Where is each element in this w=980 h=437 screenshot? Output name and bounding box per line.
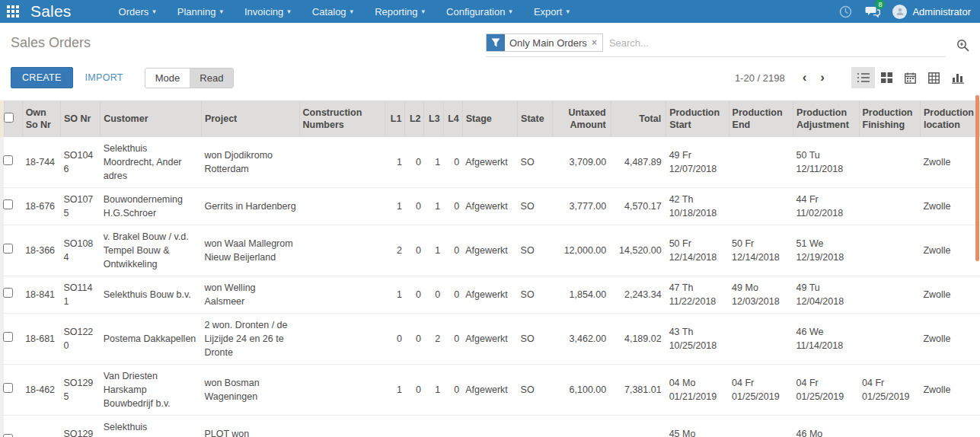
cell-production-finishing [859,314,920,365]
cell-total: 3,299.67 [611,416,666,437]
col-production-location[interactable]: Production location [920,100,980,137]
col-state[interactable]: State [518,100,553,137]
cell-so-nr: SO1295 [60,365,100,416]
activities-clock-icon[interactable] [838,4,853,19]
cell-production-end: 50 Fr 12/14/2018 [729,225,793,276]
pager-next-icon[interactable]: › [813,70,832,85]
table-row[interactable]: 18-676 SO1075 Bouwonderneming H.G.Schroe… [0,188,980,225]
col-production-start[interactable]: Production Start [666,100,729,137]
cell-so-nr: SO1084 [60,225,100,276]
nav-menu-item[interactable]: Catalog ▾ [303,0,362,23]
cell-production-end [729,416,793,437]
select-all-checkbox[interactable] [4,113,14,123]
cell-production-end: 04 Fr 01/25/2019 [729,365,793,416]
cell-own-so-nr: 18-681 [22,314,60,365]
col-l3[interactable]: L3 [424,100,443,137]
cell-state: SO [518,365,553,416]
nav-menu-item[interactable]: Orders ▾ [110,0,165,23]
cell-untaxed-amount: 6,100.00 [553,365,611,416]
col-so-nr[interactable]: SO Nr [60,100,100,137]
read-button[interactable]: Read [190,69,233,88]
col-untaxed-amount[interactable]: Untaxed Amount [553,100,611,137]
kanban-view-icon[interactable] [875,67,899,88]
col-l1[interactable]: L1 [385,100,405,137]
cell-project: won Waal Mallegrom Nieuw Beijerland [201,225,299,276]
row-checkbox[interactable] [3,244,13,254]
cell-l3: 1 [424,225,443,276]
import-button[interactable]: IMPORT [85,72,123,83]
table-row[interactable]: 18-366 SO1084 v. Brakel Bouw / v.d. Temp… [0,225,980,276]
nav-menu-item[interactable]: Reporting ▾ [366,0,434,23]
filter-chip[interactable]: Only Main Orders × [486,33,603,52]
col-production-adjustment[interactable]: Production Adjustment [793,100,859,137]
calendar-view-icon[interactable] [899,67,922,88]
row-checkbox[interactable] [3,383,13,393]
col-total[interactable]: Total [611,100,666,137]
user-avatar [892,5,907,19]
user-menu[interactable]: Administrator [892,5,971,19]
graph-view-icon[interactable] [946,67,969,88]
pager-prev-icon[interactable]: ‹ [796,70,814,85]
cell-stage: Afgewerkt [462,416,517,437]
cell-production-finishing [859,416,920,437]
nav-menu-item[interactable]: Planning ▾ [168,0,232,23]
cell-production-end: 49 Mo 12/03/2018 [729,276,793,314]
advanced-search-icon[interactable] [956,39,969,52]
cell-production-end [729,188,793,225]
filter-chip-close-icon[interactable]: × [592,37,597,48]
cell-untaxed-amount: 3,462.00 [553,314,611,365]
cell-production-start: 50 Fr 12/14/2018 [666,225,729,276]
list-view-icon[interactable] [851,67,875,88]
pivot-view-icon[interactable] [922,67,946,88]
table-row[interactable]: 18-681 SO1220 Postema Dakkapellen 2 won.… [0,314,980,365]
table-row[interactable]: 18-841 SO1141 Selekthuis Bouw b.v. won W… [0,276,980,314]
apps-grid-glyph [7,5,19,18]
cell-l1: 1 [385,276,405,314]
col-customer[interactable]: Customer [101,100,202,137]
row-checkbox-cell [4,314,22,365]
cell-l3: 1 [424,188,443,225]
col-stage[interactable]: Stage [462,100,517,137]
row-checkbox[interactable] [3,332,13,342]
cell-construction-numbers [299,188,385,225]
create-button[interactable]: CREATE [11,67,73,88]
cell-l2: 0 [405,225,424,276]
col-construction-numbers[interactable]: Construction Numbers [299,100,385,137]
cell-total: 4,189.02 [611,314,666,365]
nav-menu-item[interactable]: Invoicing ▾ [235,0,300,23]
row-checkbox[interactable] [3,199,13,209]
col-l2[interactable]: L2 [405,100,424,137]
cell-total: 2,243.34 [611,276,666,314]
breadcrumb-row: Sales Orders Only Main Orders × [0,23,980,62]
vertical-scrollbar-thumb[interactable] [975,95,979,261]
row-checkbox-cell [4,276,22,314]
nav-menu-item[interactable]: Configuration ▾ [437,0,522,23]
col-production-end[interactable]: Production End [729,100,793,137]
search-bar[interactable]: Only Main Orders × [486,33,946,57]
search-input[interactable] [609,37,946,49]
nav-menu-item[interactable]: Export ▾ [525,0,579,23]
cell-state: SO [518,276,553,314]
cell-own-so-nr: 18-462 [22,365,60,416]
col-project[interactable]: Project [201,100,299,137]
cell-production-start: 42 Th 10/18/2018 [666,188,729,225]
table-row[interactable]: 18-462 SO1295 Van Driesten Harskamp Bouw… [0,365,980,416]
row-checkbox[interactable] [3,288,13,298]
mode-button[interactable]: Mode [145,69,190,88]
search-zone: Only Main Orders × [486,33,969,57]
cell-l4: 0 [443,416,462,437]
row-checkbox[interactable] [3,434,13,437]
cell-l1: 0 [385,314,405,365]
apps-grid-icon[interactable] [0,0,26,23]
cell-l2: 0 [405,137,424,188]
col-l4[interactable]: L4 [443,100,462,137]
table-row[interactable]: 18-744 SO1046 Selekthuis Moordrecht, And… [0,137,980,188]
messages-badge: 8 [875,0,885,9]
cell-untaxed-amount: 3,777.00 [553,188,611,225]
row-checkbox[interactable] [3,155,13,165]
view-switcher [851,67,969,88]
table-row[interactable]: 18-806 SO1297 Selekthuis Moordrecht, And… [0,416,980,437]
messages-icon[interactable]: 8 [865,4,880,19]
col-own-so-nr[interactable]: Own So Nr [22,100,60,137]
col-production-finishing[interactable]: Production Finishing [859,100,920,137]
